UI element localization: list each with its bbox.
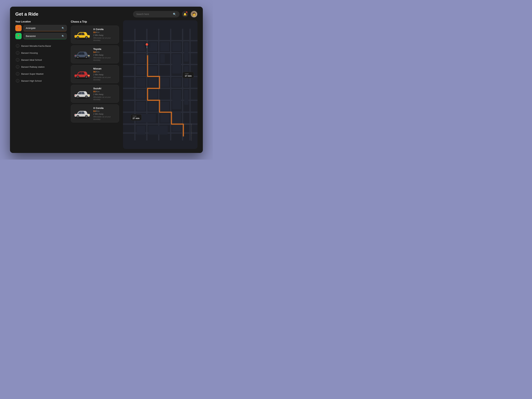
svg-rect-101 — [160, 102, 169, 111]
car-image-2 — [73, 68, 91, 80]
trip-unit-1: /Km — [95, 51, 99, 53]
search-input[interactable] — [136, 13, 171, 15]
svg-rect-88 — [137, 66, 146, 75]
svg-rect-18 — [75, 55, 76, 56]
time-label-1: TIME — [185, 73, 191, 75]
map-background-svg — [123, 20, 197, 149]
trip-info-3: Suzuki $5/Km 2 Min Away Affordable car a… — [93, 87, 117, 101]
svg-rect-89 — [148, 66, 157, 75]
suggestion-item[interactable]: ○ Banasri Meradia Kacha Bazar — [15, 43, 67, 49]
suggestion-pin-icon: ○ — [16, 72, 19, 76]
svg-rect-102 — [172, 90, 181, 109]
suggestion-pin-icon: ○ — [16, 44, 19, 48]
suggestion-name: Banasri Meradia Kacha Bazar — [21, 45, 51, 47]
location-inputs: 📍 🔍 📍 🔍 — [15, 25, 67, 39]
header: Get a Ride 🔍 🔔 🧑 — [10, 7, 203, 18]
left-panel: Your Location 📍 🔍 📍 — [15, 20, 67, 149]
car-image-3 — [73, 88, 91, 100]
time-value-1: 17 min — [185, 75, 191, 77]
trip-desc-3: Affordable car at your doorstep — [93, 96, 117, 101]
trip-card[interactable]: Nissan $6/Km 2 Min Away Affordable car a… — [71, 65, 119, 83]
header-right: 🔍 🔔 🧑 — [133, 11, 197, 18]
svg-point-34 — [78, 77, 78, 77]
trip-amount-2: $6 — [93, 70, 95, 73]
from-icon-button[interactable]: 📍 — [15, 25, 22, 31]
trip-desc-2: Affordable car at your doorstep — [93, 76, 117, 81]
time-badge-2: TIME 27 min — [131, 114, 142, 121]
trip-price-0: $5/Km — [93, 31, 117, 34]
trip-unit-0: /Km — [95, 31, 99, 34]
svg-rect-85 — [148, 54, 157, 63]
svg-rect-5 — [75, 36, 76, 36]
destination-pin-icon: 📍 — [17, 35, 20, 38]
suggestion-pin-icon: ○ — [16, 65, 19, 69]
svg-point-37 — [86, 77, 87, 77]
svg-point-8 — [78, 37, 78, 38]
suggestion-item[interactable]: ○ Banasri Railway station — [15, 63, 67, 70]
to-input-container[interactable]: 🔍 — [23, 33, 67, 39]
suggestion-name: Banasri Housing — [21, 52, 38, 54]
trip-card[interactable]: X Corola $3/Km 2 Min Away Affordable car… — [71, 104, 119, 122]
trip-distance-3: 2 Min Away — [93, 93, 117, 95]
svg-rect-105 — [137, 126, 146, 134]
to-icon-button[interactable]: 📍 — [15, 33, 22, 39]
suggestion-item[interactable]: ○ Banasri High School — [15, 77, 67, 84]
time-value-2: 27 min — [133, 117, 139, 120]
bell-icon: 🔔 — [183, 13, 187, 16]
from-row: 📍 🔍 — [15, 25, 67, 31]
svg-rect-93 — [148, 78, 157, 87]
svg-rect-86 — [160, 54, 165, 63]
trip-card[interactable]: X Corola $5/Km 2 Min Away Affordable car… — [71, 25, 119, 44]
svg-rect-17 — [88, 55, 89, 56]
trip-price-4: $3/Km — [93, 110, 117, 112]
svg-rect-97 — [172, 78, 181, 87]
trip-card[interactable]: Suzuki $5/Km 2 Min Away Affordable car a… — [71, 85, 119, 103]
app-title: Get a Ride — [15, 12, 38, 17]
car-image-1 — [73, 49, 91, 60]
svg-point-11 — [86, 37, 87, 38]
svg-point-47 — [78, 96, 78, 97]
suggestion-pin-icon: ○ — [16, 58, 19, 62]
trip-card[interactable]: Toyota $4/Km 2 Min Away Affordable car a… — [71, 45, 119, 63]
trip-amount-3: $5 — [93, 90, 95, 93]
trip-name-0: X Corola — [93, 28, 117, 31]
trip-info-2: Nissan $6/Km 2 Min Away Affordable car a… — [93, 67, 117, 81]
notification-button[interactable]: 🔔 — [182, 11, 188, 17]
search-bar-container: 🔍 — [133, 11, 180, 18]
trip-unit-3: /Km — [95, 90, 99, 93]
svg-rect-91 — [184, 42, 189, 62]
svg-rect-108 — [184, 90, 189, 105]
trip-distance-1: 2 Min Away — [93, 54, 117, 56]
trip-info-1: Toyota $4/Km 2 Min Away Affordable car a… — [93, 48, 117, 61]
time-badge-1: TIME 17 min — [183, 72, 194, 78]
suggestion-list: ○ Banasri Meradia Kacha Bazar ○ Banasri … — [15, 43, 67, 84]
from-input-container[interactable]: 🔍 — [23, 25, 67, 31]
map-pin: 📍 — [144, 43, 150, 49]
suggestion-item[interactable]: ○ Banasri Super Maeket — [15, 70, 67, 77]
trip-name-1: Toyota — [93, 48, 117, 50]
trip-info-0: X Corola $5/Km 2 Min Away Affordable car… — [93, 28, 117, 42]
svg-rect-4 — [88, 36, 89, 37]
trip-info-4: X Corola $3/Km 2 Min Away Affordable car… — [93, 107, 117, 120]
suggestion-item[interactable]: ○ Banasri Housing — [15, 50, 67, 56]
search-to-icon: 🔍 — [62, 35, 64, 38]
suggestion-item[interactable]: ○ Banasri Ideal School — [15, 57, 67, 63]
search-from-icon: 🔍 — [62, 27, 64, 29]
to-input[interactable] — [26, 35, 62, 38]
trip-list: X Corola $5/Km 2 Min Away Affordable car… — [71, 25, 119, 149]
location-pin-icon: 📍 — [17, 27, 20, 30]
choose-trip-label: Choos a Trip — [71, 20, 119, 23]
svg-rect-92 — [137, 78, 146, 87]
svg-point-21 — [78, 57, 78, 57]
trip-price-1: $4/Km — [93, 51, 117, 53]
from-input[interactable] — [26, 27, 62, 29]
svg-point-63 — [86, 116, 87, 117]
svg-rect-43 — [88, 95, 89, 95]
center-panel: Choos a Trip X Corola — [71, 20, 119, 149]
svg-rect-107 — [172, 112, 181, 132]
svg-rect-57 — [75, 114, 76, 115]
trip-name-4: X Corola — [93, 107, 117, 109]
svg-rect-104 — [160, 114, 169, 123]
app-window: Get a Ride 🔍 🔔 🧑 Your Location 📍 — [10, 7, 203, 153]
avatar[interactable]: 🧑 — [190, 11, 197, 18]
